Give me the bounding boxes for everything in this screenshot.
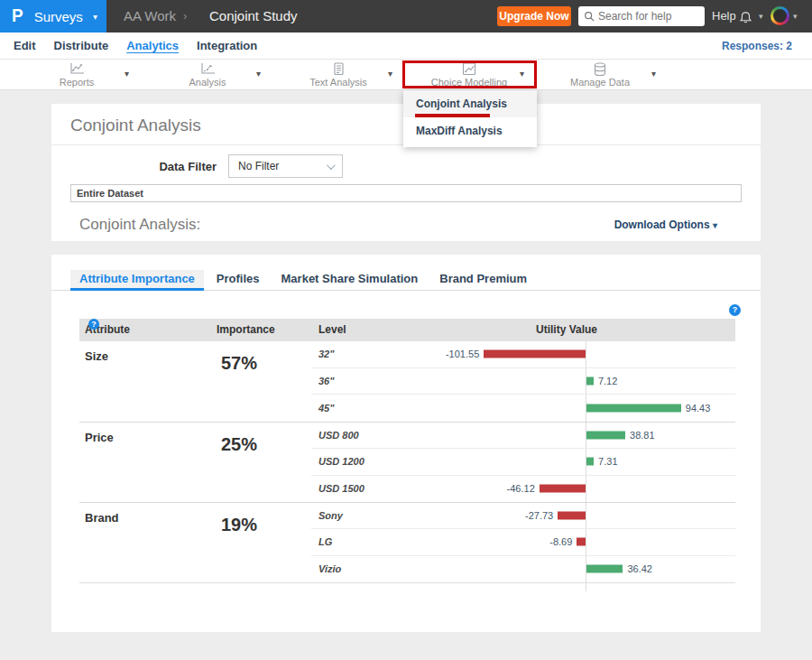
brand-logo: P <box>12 5 23 26</box>
tool-text-analysis[interactable]: Text Analysis <box>275 62 401 88</box>
level-row: USD 80038.81 <box>311 423 735 449</box>
utility-bar-chart: 7.31 <box>379 449 735 474</box>
product-switcher[interactable]: P Surveys ▾ <box>0 0 106 33</box>
level-row: 32"-101.55 <box>311 341 735 368</box>
dataset-input[interactable] <box>70 184 742 202</box>
attribute-group: Price25%USD 80038.81USD 12007.31USD 1500… <box>79 422 735 502</box>
database-icon <box>537 62 663 76</box>
utility-bar <box>558 512 586 520</box>
level-label: USD 800 <box>311 430 379 441</box>
utility-bar-chart: 38.81 <box>379 423 735 448</box>
result-tabs: Attribute Importance Profiles Market Sha… <box>51 270 761 291</box>
level-row: USD 1500-46.12 <box>311 476 735 502</box>
choice-chart-icon <box>406 62 532 76</box>
level-label: USD 1500 <box>311 483 379 494</box>
tool-label: Analysis <box>144 77 271 88</box>
product-name: Surveys <box>34 9 83 24</box>
chevron-down-icon[interactable]: ▾ <box>256 69 261 79</box>
help-icon[interactable]: ? <box>729 304 741 316</box>
chevron-down-icon: ▾ <box>759 12 763 21</box>
utility-bar <box>586 432 625 440</box>
utility-bar-chart: -46.12 <box>379 476 735 502</box>
utility-value-label: -46.12 <box>507 483 535 494</box>
survey-nav: Edit Distribute Analytics Integration Re… <box>0 33 812 60</box>
data-filter-label: Data Filter <box>51 160 217 173</box>
utility-value-label: -27.73 <box>525 510 553 521</box>
level-row: USD 12007.31 <box>311 449 735 475</box>
chevron-down-icon[interactable]: ▾ <box>651 69 656 79</box>
level-label: Sony <box>311 510 379 521</box>
tab-brand-premium[interactable]: Brand Premium <box>430 270 536 291</box>
level-label: USD 1200 <box>311 456 379 467</box>
header-importance: Importance <box>217 319 275 341</box>
help-search[interactable] <box>578 6 705 26</box>
utility-value-label: 36.42 <box>627 563 652 574</box>
utility-bar <box>586 404 681 413</box>
utility-bar-chart: -8.69 <box>379 529 735 554</box>
search-input[interactable] <box>598 10 697 23</box>
nav-integration[interactable]: Integration <box>197 39 257 52</box>
choice-modelling-dropdown: Conjoint Analysis MaxDiff Analysis <box>403 90 537 147</box>
tab-market-share-simulation[interactable]: Market Share Simulation <box>272 270 428 291</box>
line-chart-icon <box>14 62 140 76</box>
analytics-toolbar: Reports ▾ Analysis ▾ Text Analysis ▾ Cho… <box>0 60 812 90</box>
tool-choice-modelling[interactable]: Choice Modelling <box>406 62 532 88</box>
utility-value-label: -101.55 <box>446 349 479 359</box>
level-row: Vizio36.42 <box>311 556 735 582</box>
tab-profiles[interactable]: Profiles <box>208 270 269 291</box>
user-avatar[interactable] <box>770 6 789 25</box>
trend-chart-icon <box>144 62 271 76</box>
nav-distribute[interactable]: Distribute <box>54 39 109 52</box>
download-options-button[interactable]: Download Options ▾ <box>614 218 717 231</box>
section-divider <box>51 241 761 255</box>
level-label: 32" <box>311 349 379 359</box>
utility-table: Attribute? Importance Level Utility Valu… <box>79 319 735 583</box>
utility-bar <box>540 485 586 493</box>
tool-label: Manage Data <box>537 77 663 88</box>
data-filter-select[interactable]: No Filter <box>228 154 343 178</box>
importance-value: 19% <box>210 503 311 582</box>
utility-bar <box>586 458 594 466</box>
header-utility-value: Utility Value <box>536 319 597 341</box>
chevron-down-icon: ▾ <box>93 12 97 22</box>
level-row: Sony-27.73 <box>311 503 735 529</box>
notifications-bell-icon[interactable] <box>739 9 752 25</box>
utility-value-label: 38.81 <box>630 430 655 441</box>
download-options-label: Download Options <box>614 218 710 231</box>
attribute-name: Size <box>79 341 210 422</box>
utility-bar <box>577 538 586 546</box>
zero-axis-line <box>586 582 586 591</box>
nav-edit[interactable]: Edit <box>14 39 36 52</box>
utility-value-label: 7.31 <box>598 456 617 467</box>
menu-item-maxdiff-analysis[interactable]: MaxDiff Analysis <box>403 117 537 144</box>
page-background: Conjoint Analysis Data Filter No Filter … <box>0 90 812 660</box>
tab-attribute-importance[interactable]: Attribute Importance <box>70 270 204 291</box>
search-icon <box>584 11 595 22</box>
chevron-down-icon[interactable]: ▾ <box>388 69 392 79</box>
tool-analysis[interactable]: Analysis <box>144 62 271 88</box>
importance-value: 57% <box>210 341 311 422</box>
help-link[interactable]: Help <box>712 0 736 33</box>
breadcrumb-workspace[interactable]: AA Work <box>124 0 176 33</box>
level-row: LG-8.69 <box>311 529 735 555</box>
utility-bar-chart: -101.55 <box>379 341 735 367</box>
conjoint-analysis-card: Conjoint Analysis Data Filter No Filter … <box>51 104 761 632</box>
tool-reports[interactable]: Reports <box>14 62 140 88</box>
nav-analytics[interactable]: Analytics <box>126 39 179 52</box>
breadcrumb-separator-icon: › <box>183 0 187 33</box>
attribute-name: Brand <box>79 503 210 582</box>
utility-bar <box>586 376 594 385</box>
level-label: 36" <box>311 376 379 386</box>
menu-item-label: Conjoint Analysis <box>416 98 507 110</box>
chevron-down-icon[interactable]: ▾ <box>520 69 524 79</box>
utility-value-label: 7.12 <box>598 376 617 386</box>
chevron-down-icon <box>327 161 336 170</box>
tool-manage-data[interactable]: Manage Data <box>537 62 663 88</box>
upgrade-now-button[interactable]: Upgrade Now <box>497 6 571 26</box>
help-icon[interactable]: ? <box>88 319 99 330</box>
chevron-down-icon: ▾ <box>713 220 717 230</box>
level-row: 45"94.43 <box>311 395 735 422</box>
menu-item-conjoint-analysis[interactable]: Conjoint Analysis <box>403 90 537 117</box>
chevron-down-icon[interactable]: ▾ <box>125 69 129 79</box>
section-heading: Conjoint Analysis: <box>79 216 200 234</box>
